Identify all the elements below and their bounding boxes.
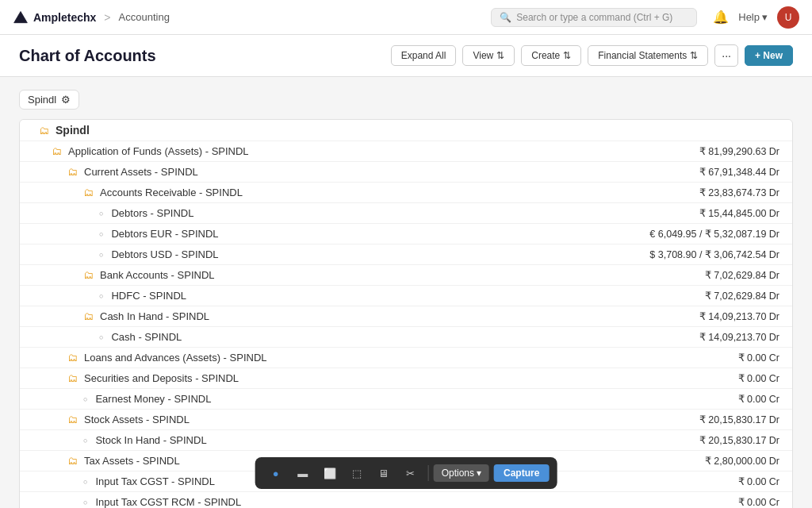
search-icon: 🔍 — [500, 12, 511, 23]
company-selector[interactable]: Spindl ⚙ — [19, 90, 79, 110]
account-row[interactable]: 🗂Application of Funds (Assets) - SPINDL₹… — [20, 141, 792, 162]
folder-icon: 🗂 — [83, 187, 94, 198]
account-amount: € 6,049.95 / ₹ 5,32,087.19 Dr — [649, 228, 779, 240]
capture-clip-icon[interactable]: ✂ — [398, 462, 423, 484]
nav-section[interactable]: Accounting — [119, 11, 170, 23]
account-row[interactable]: ○HDFC - SPINDL₹ 7,02,629.84 Dr — [20, 286, 792, 306]
company-label: Spindl — [28, 94, 56, 106]
capture-rect-icon[interactable]: ▬ — [290, 462, 316, 484]
account-amount: ₹ 14,09,213.70 Dr — [699, 310, 779, 322]
financial-statements-button[interactable]: Financial Statements ⇅ — [588, 45, 708, 66]
header-actions: Expand All View ⇅ Create ⇅ Financial Sta… — [391, 44, 793, 67]
account-amount: ₹ 0.00 Cr — [738, 352, 779, 364]
top-navigation: Ampletechx > Accounting 🔍 Search or type… — [0, 0, 812, 35]
create-chevron-icon: ⇅ — [563, 50, 571, 61]
account-label: Accounts Receivable - SPINDL — [100, 187, 243, 198]
user-avatar[interactable]: U — [777, 6, 799, 29]
view-chevron-icon: ⇅ — [496, 50, 504, 61]
account-row[interactable]: ○Debtors EUR - SPINDL€ 6,049.95 / ₹ 5,32… — [20, 224, 792, 244]
page-title: Chart of Accounts — [19, 47, 156, 65]
bell-icon[interactable]: 🔔 — [713, 10, 729, 25]
account-label: Debtors USD - SPINDL — [111, 248, 218, 260]
account-label: Debtors EUR - SPINDL — [111, 228, 218, 240]
accounts-container: 🗂Spindl🗂Application of Funds (Assets) - … — [19, 119, 793, 508]
create-button[interactable]: Create ⇅ — [521, 45, 581, 66]
capture-dot-icon[interactable]: ● — [263, 462, 289, 484]
main-content: Spindl ⚙ 🗂Spindl🗂Application of Funds (A… — [0, 77, 812, 508]
expand-all-button[interactable]: Expand All — [391, 45, 457, 66]
account-row[interactable]: 🗂Cash In Hand - SPINDL₹ 14,09,213.70 Dr — [20, 306, 792, 327]
capture-button[interactable]: Capture — [494, 464, 549, 482]
circle-icon: ○ — [99, 333, 103, 341]
account-row[interactable]: ○Debtors - SPINDL₹ 15,44,845.00 Dr — [20, 203, 792, 224]
capture-screen-icon[interactable]: 🖥 — [371, 462, 396, 484]
help-menu[interactable]: Help ▾ — [738, 11, 768, 23]
brand-logo[interactable]: Ampletechx — [13, 10, 96, 25]
nav-separator: > — [104, 11, 110, 24]
account-label: Application of Funds (Assets) - SPINDL — [68, 145, 249, 157]
account-label: Debtors - SPINDL — [111, 207, 193, 219]
circle-icon: ○ — [83, 478, 87, 486]
account-amount: $ 3,708.90 / ₹ 3,06,742.54 Dr — [649, 248, 779, 260]
account-amount: ₹ 20,15,830.17 Dr — [699, 434, 779, 446]
folder-icon: 🗂 — [83, 310, 94, 322]
account-row[interactable]: 🗂Accounts Receivable - SPINDL₹ 23,83,674… — [20, 183, 792, 203]
circle-icon: ○ — [99, 210, 103, 217]
circle-icon: ○ — [99, 230, 103, 238]
account-label: Earnest Money - SPINDL — [95, 393, 211, 405]
account-row[interactable]: 🗂Securities and Deposits - SPINDL₹ 0.00 … — [20, 368, 792, 389]
account-row[interactable]: 🗂Current Assets - SPINDL₹ 67,91,348.44 D… — [20, 162, 792, 183]
account-label: Tax Assets - SPINDL — [84, 455, 180, 467]
account-row[interactable]: ○Input Tax CGST RCM - SPINDL₹ 0.00 Cr — [20, 492, 792, 508]
options-chevron-icon: ▾ — [477, 468, 481, 479]
search-placeholder: Search or type a command (Ctrl + G) — [516, 12, 672, 23]
account-row[interactable]: ○Cash - SPINDL₹ 14,09,213.70 Dr — [20, 327, 792, 348]
account-amount: ₹ 14,09,213.70 Dr — [699, 331, 779, 343]
options-button[interactable]: Options ▾ — [434, 464, 489, 482]
account-label: Input Tax CGST RCM - SPINDL — [95, 496, 241, 508]
account-amount: ₹ 20,15,830.17 Dr — [699, 414, 779, 425]
circle-icon: ○ — [99, 251, 103, 259]
folder-icon: 🗂 — [67, 166, 78, 178]
circle-icon: ○ — [83, 395, 87, 403]
account-label: Cash In Hand - SPINDL — [100, 310, 209, 322]
more-options-button[interactable]: ··· — [714, 44, 738, 67]
view-button[interactable]: View ⇅ — [462, 45, 515, 66]
help-label: Help — [738, 11, 760, 23]
search-bar[interactable]: 🔍 Search or type a command (Ctrl + G) — [491, 8, 697, 27]
account-row[interactable]: 🗂Spindl — [20, 120, 792, 141]
capture-window-icon[interactable]: ⬜ — [317, 462, 343, 484]
capture-region-icon[interactable]: ⬚ — [344, 462, 370, 484]
folder-icon: 🗂 — [83, 269, 94, 281]
account-amount: ₹ 0.00 Cr — [738, 475, 779, 487]
account-label: Cash - SPINDL — [111, 331, 182, 343]
account-label: Securities and Deposits - SPINDL — [84, 372, 239, 384]
financial-chevron-icon: ⇅ — [690, 50, 698, 61]
account-row[interactable]: ○Earnest Money - SPINDL₹ 0.00 Cr — [20, 389, 792, 410]
account-amount: ₹ 0.00 Cr — [738, 393, 779, 405]
circle-icon: ○ — [83, 498, 87, 506]
account-amount: ₹ 15,44,845.00 Dr — [699, 207, 779, 219]
account-amount: ₹ 23,83,674.73 Dr — [699, 187, 779, 198]
account-label: Current Assets - SPINDL — [84, 166, 198, 178]
folder-icon: 🗂 — [67, 352, 78, 364]
account-amount: ₹ 0.00 Cr — [738, 372, 779, 384]
account-row[interactable]: ○Debtors USD - SPINDL$ 3,708.90 / ₹ 3,06… — [20, 244, 792, 265]
account-amount: ₹ 2,80,000.00 Dr — [705, 455, 779, 467]
options-label: Options — [442, 468, 474, 479]
account-row[interactable]: ○Stock In Hand - SPINDL₹ 20,15,830.17 Dr — [20, 430, 792, 451]
account-amount: ₹ 7,02,629.84 Dr — [705, 290, 779, 302]
account-label: Stock Assets - SPINDL — [84, 414, 190, 425]
page-header: Chart of Accounts Expand All View ⇅ Crea… — [0, 35, 812, 77]
new-button[interactable]: + New — [745, 45, 793, 66]
company-selector-icon: ⚙ — [61, 94, 71, 106]
account-row[interactable]: 🗂Stock Assets - SPINDL₹ 20,15,830.17 Dr — [20, 410, 792, 430]
nav-right-actions: 🔔 Help ▾ U — [713, 6, 799, 29]
circle-icon: ○ — [83, 437, 87, 444]
folder-icon: 🗂 — [52, 145, 62, 157]
account-row[interactable]: 🗂Loans and Advances (Assets) - SPINDL₹ 0… — [20, 348, 792, 368]
account-label: Loans and Advances (Assets) - SPINDL — [84, 352, 267, 364]
account-row[interactable]: 🗂Bank Accounts - SPINDL₹ 7,02,629.84 Dr — [20, 265, 792, 286]
brand-name: Ampletechx — [33, 11, 96, 24]
account-amount: ₹ 67,91,348.44 Dr — [699, 166, 779, 178]
